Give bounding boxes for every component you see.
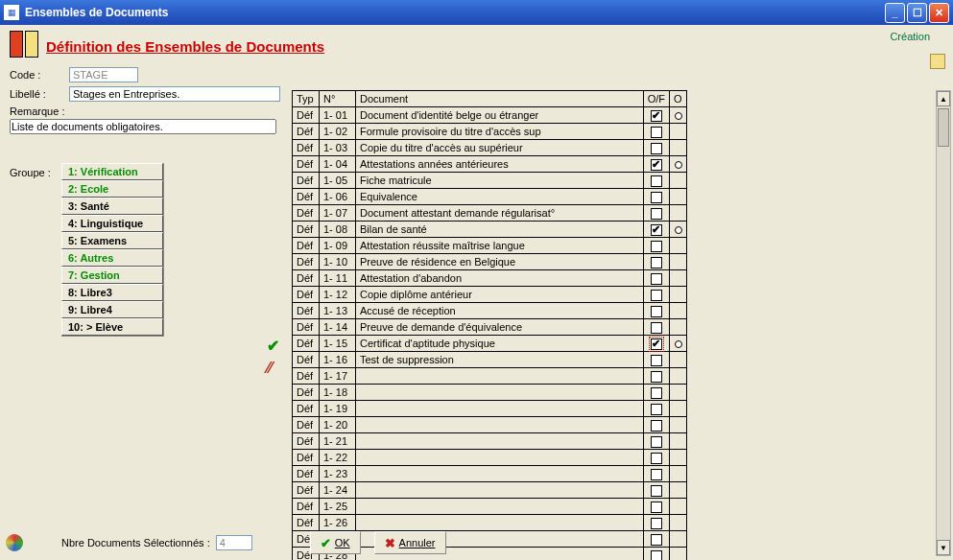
table-row[interactable]: Déf1- 14Preuve de demande d'équivalence [293,319,687,336]
cell-of[interactable] [643,107,669,124]
radio-o[interactable] [675,112,682,120]
cell-of[interactable] [643,352,669,368]
cell-of[interactable] [643,401,669,417]
code-input[interactable] [69,67,138,82]
checkbox-of[interactable] [651,469,662,480]
cell-o[interactable] [670,254,687,270]
checkbox-of[interactable] [651,257,662,268]
cell-o[interactable] [670,319,687,336]
checkbox-of[interactable] [651,485,662,497]
table-row[interactable]: Déf1- 15Certificat d'aptitude physique [293,336,687,352]
cell-o[interactable] [670,482,687,499]
cell-of[interactable] [643,303,669,319]
table-row[interactable]: Déf1- 16Test de suppression [293,352,687,368]
checkbox-of[interactable] [651,192,662,203]
checkbox-of[interactable] [651,306,662,317]
vertical-scrollbar[interactable]: ▲ ▼ [936,90,951,556]
checkbox-of[interactable] [651,127,662,138]
scroll-thumb[interactable] [938,108,949,147]
table-row[interactable]: Déf1- 20 [293,417,687,433]
radio-o[interactable] [675,226,682,234]
groupe-item[interactable]: 4: Linguistique [61,215,163,232]
cell-of[interactable] [643,499,669,515]
cell-of[interactable] [643,417,669,433]
checkbox-of[interactable] [651,110,662,122]
checkbox-of[interactable] [651,273,662,285]
checkbox-of[interactable] [651,338,662,350]
cell-of[interactable] [643,287,669,303]
cell-o[interactable] [670,205,687,222]
table-row[interactable]: Déf1- 01Document d'identité belge ou étr… [293,107,687,124]
cell-of[interactable] [643,205,669,222]
checkbox-of[interactable] [651,518,662,529]
cell-o[interactable] [670,238,687,254]
table-row[interactable]: Déf1- 05Fiche matricule [293,173,687,189]
table-row[interactable]: Déf1- 17 [293,368,687,385]
cell-of[interactable] [643,124,669,140]
cell-o[interactable] [670,352,687,368]
table-row[interactable]: Déf1- 10Preuve de résidence en Belgique [293,254,687,270]
table-row[interactable]: Déf1- 21 [293,433,687,450]
checkbox-of[interactable] [651,208,662,220]
checkbox-of[interactable] [651,436,662,448]
cell-o[interactable] [670,303,687,319]
cell-o[interactable] [670,173,687,189]
cell-o[interactable] [670,385,687,401]
checkbox-of[interactable] [651,175,662,187]
cell-o[interactable] [670,124,687,140]
annuler-button[interactable]: ✖ Annuler [374,531,446,554]
groupe-item[interactable]: 3: Santé [61,198,163,215]
groupe-item[interactable]: 9: Libre4 [61,301,163,318]
cell-of[interactable] [643,336,669,352]
cell-of[interactable] [643,385,669,401]
cell-of[interactable] [643,433,669,450]
cell-o[interactable] [670,270,687,287]
checkbox-of[interactable] [651,371,662,383]
cell-o[interactable] [670,140,687,156]
table-row[interactable]: Déf1- 06Equivalence [293,189,687,205]
cell-o[interactable] [670,189,687,205]
groupe-item[interactable]: 7: Gestion [61,267,163,284]
cell-o[interactable] [670,287,687,303]
checkbox-of[interactable] [651,159,662,171]
table-row[interactable]: Déf1- 09Attestation réussite maîtrise la… [293,238,687,254]
table-row[interactable]: Déf1- 11Attestation d'abandon [293,270,687,287]
groupe-item[interactable]: 5: Examens [61,232,163,249]
radio-o[interactable] [675,161,682,169]
table-row[interactable]: Déf1- 19 [293,401,687,417]
cell-o[interactable] [670,222,687,238]
cell-o[interactable] [670,107,687,124]
cell-of[interactable] [643,515,669,531]
scroll-up-icon[interactable]: ▲ [937,91,950,106]
checkbox-of[interactable] [651,224,662,236]
check-icon[interactable]: ✔ [267,337,286,352]
cell-o[interactable] [670,499,687,515]
libelle-input[interactable] [69,86,280,102]
checkbox-of[interactable] [651,143,662,154]
cell-o[interactable] [670,401,687,417]
groupe-item[interactable]: 10: > Elève [61,318,163,336]
cell-o[interactable] [670,450,687,466]
cell-of[interactable] [643,450,669,466]
cell-o[interactable] [670,417,687,433]
cell-of[interactable] [643,222,669,238]
note-icon[interactable] [930,54,945,69]
cell-o[interactable] [670,368,687,385]
cell-of[interactable] [643,254,669,270]
clear-icon[interactable]: ⁄⁄ [267,360,286,375]
cell-o[interactable] [670,515,687,531]
cell-of[interactable] [643,140,669,156]
cell-of[interactable] [643,173,669,189]
cell-o[interactable] [670,466,687,482]
table-row[interactable]: Déf1- 22 [293,450,687,466]
groupe-item[interactable]: 2: Ecole [61,180,163,198]
table-row[interactable]: Déf1- 08Bilan de santé [293,222,687,238]
cell-of[interactable] [643,368,669,385]
table-row[interactable]: Déf1- 03Copie du titre d'accès au supéri… [293,140,687,156]
radio-o[interactable] [675,340,682,348]
checkbox-of[interactable] [651,290,662,301]
table-row[interactable]: Déf1- 25 [293,499,687,515]
groupe-item[interactable]: 1: Vérification [61,163,163,180]
table-row[interactable]: Déf1- 26 [293,515,687,531]
table-row[interactable]: Déf1- 02Formule provisoire du titre d'ac… [293,124,687,140]
